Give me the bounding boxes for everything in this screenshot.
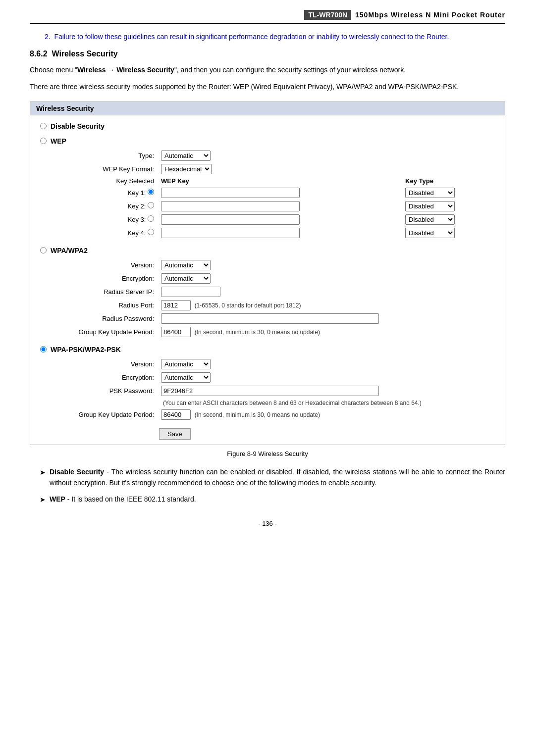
wep-key-format-row: WEP Key Format: Hexadecimal (70, 162, 495, 176)
bullet-content-0: Disable Security - The wireless security… (50, 466, 505, 489)
type-value-cell: Automatic (159, 149, 403, 162)
save-button[interactable]: Save (159, 428, 191, 440)
wpawpa2-encryption-label: Encryption: (70, 272, 159, 285)
key4-type-cell: Disabled (403, 226, 495, 240)
key2-type-cell: Disabled (403, 200, 495, 213)
wpawpa2-form-table: Version: Automatic Encryption: Automatic (70, 258, 495, 339)
warning-text: 2. Failure to follow these guidelines ca… (30, 33, 505, 41)
radius-port-hint: (1-65535, 0 stands for default port 1812… (195, 302, 301, 309)
key2-label: Key 2: (70, 200, 159, 213)
key1-input[interactable] (161, 188, 300, 198)
wpapsk-version-row: Version: Automatic (70, 357, 495, 371)
disable-security-label: Disable Security (51, 122, 105, 130)
wpapsk-form-table: Version: Automatic Encryption: Automatic (70, 357, 495, 421)
wep-radio[interactable] (40, 138, 47, 144)
col-wep-key: WEP Key (159, 176, 403, 186)
radius-port-input[interactable] (161, 300, 191, 310)
radius-pass-input[interactable] (161, 313, 379, 324)
key2-type-select[interactable]: Disabled (405, 201, 455, 211)
wpawpa2-encryption-row: Encryption: Automatic (70, 272, 495, 285)
wpapsk-version-label: Version: (70, 357, 159, 371)
wpapsk-section: WPA-PSK/WPA2-PSK Version: Automatic Encr… (40, 346, 495, 421)
save-button-area: Save (159, 428, 495, 440)
wpapsk-encryption-cell: Automatic (159, 371, 495, 384)
radius-port-cell: (1-65535, 0 stands for default port 1812… (159, 299, 495, 312)
disable-security-radio[interactable] (40, 123, 47, 129)
key4-radio[interactable] (148, 229, 154, 235)
wep-key-format-label: WEP Key Format: (70, 162, 159, 176)
psk-hint-cell: (You can enter ASCII characters between … (159, 398, 495, 408)
key1-type-select[interactable]: Disabled (405, 188, 455, 198)
radius-port-label: Radius Port: (70, 299, 159, 312)
key2-input-cell (159, 200, 403, 213)
wpapsk-group-key-cell: (In second, minimum is 30, 0 means no up… (159, 408, 495, 421)
wpapsk-group-key-hint: (In second, minimum is 30, 0 means no up… (195, 411, 320, 418)
bullet-item-0: ➤ Disable Security - The wireless securi… (40, 466, 505, 489)
wireless-security-panel: Wireless Security Disable Security WEP T… (30, 101, 505, 445)
header-desc: 150Mbps Wireless N Mini Pocket Router (355, 11, 505, 19)
intro-para2: There are three wireless security modes … (30, 81, 505, 92)
header-bar: TL-WR700N 150Mbps Wireless N Mini Pocket… (30, 10, 505, 24)
wep-key-format-select[interactable]: Hexadecimal (161, 164, 212, 174)
wpawpa2-group-key-cell: (In second, minimum is 30, 0 means no up… (159, 325, 495, 339)
wpapsk-group-key-label: Group Key Update Period: (70, 408, 159, 421)
bullet-term-0: Disable Security (50, 468, 104, 476)
type-label: Type: (70, 149, 159, 162)
wep-form-table: Type: Automatic WEP Key Format: Hexadeci… (70, 149, 495, 240)
wpawpa2-version-label: Version: (70, 258, 159, 272)
key3-radio[interactable] (148, 215, 154, 222)
wpawpa2-group-key-label: Group Key Update Period: (70, 325, 159, 339)
wep-label: WEP (51, 137, 66, 145)
bullet-arrow-1: ➤ (40, 494, 46, 505)
wpawpa2-radio-label[interactable]: WPA/WPA2 (40, 247, 495, 254)
key3-type-cell: Disabled (403, 213, 495, 226)
wpawpa2-version-select[interactable]: Automatic (161, 260, 211, 270)
page-number: - 136 - (30, 520, 505, 527)
col-key-type: Key Type (403, 176, 495, 186)
key1-radio[interactable] (148, 189, 154, 195)
key1-row: Key 1: Disabled (70, 186, 495, 200)
key4-row: Key 4: Disabled (70, 226, 495, 240)
radius-pass-cell (159, 312, 495, 325)
page-wrapper: TL-WR700N 150Mbps Wireless N Mini Pocket… (0, 0, 535, 756)
key3-input[interactable] (161, 214, 300, 225)
wpapsk-group-key-input[interactable] (161, 409, 191, 420)
type-select[interactable]: Automatic (161, 151, 211, 161)
panel-title: Wireless Security (30, 102, 505, 115)
wpapsk-radio-label[interactable]: WPA-PSK/WPA2-PSK (40, 346, 495, 353)
panel-body: Disable Security WEP Type: Automatic (30, 115, 505, 445)
wpawpa2-section: WPA/WPA2 Version: Automatic Encryption: (40, 247, 495, 339)
wpawpa2-encryption-select[interactable]: Automatic (161, 273, 211, 284)
psk-password-input[interactable] (161, 386, 379, 396)
key2-radio[interactable] (148, 202, 154, 208)
key4-input[interactable] (161, 228, 300, 238)
wpawpa2-version-cell: Automatic (159, 258, 495, 272)
section-title: 8.6.2 Wireless Security (30, 50, 505, 58)
bullet-arrow-0: ➤ (40, 467, 46, 478)
header-model: TL-WR700N (304, 10, 351, 20)
wpapsk-encryption-row: Encryption: Automatic (70, 371, 495, 384)
key2-row: Key 2: Disabled (70, 200, 495, 213)
wpapsk-radio[interactable] (40, 346, 47, 353)
key4-type-select[interactable]: Disabled (405, 228, 455, 238)
disable-security-section: Disable Security (40, 122, 495, 130)
wpapsk-version-select[interactable]: Automatic (161, 359, 211, 369)
wpawpa2-group-key-row: Group Key Update Period: (In second, min… (70, 325, 495, 339)
disable-security-radio-label[interactable]: Disable Security (40, 122, 495, 130)
wpawpa2-radio[interactable] (40, 247, 47, 253)
wpapsk-label: WPA-PSK/WPA2-PSK (51, 346, 121, 353)
wpawpa2-group-key-input[interactable] (161, 327, 191, 337)
key3-input-cell (159, 213, 403, 226)
wep-section: WEP Type: Automatic WEP Key Format: (40, 137, 495, 240)
radius-server-input[interactable] (161, 287, 220, 297)
key2-input[interactable] (161, 201, 300, 211)
wpapsk-encryption-select[interactable]: Automatic (161, 372, 211, 383)
key3-label: Key 3: (70, 213, 159, 226)
psk-hint: (You can enter ASCII characters between … (163, 400, 422, 406)
psk-password-cell (159, 384, 495, 398)
key4-label: Key 4: (70, 226, 159, 240)
key3-type-select[interactable]: Disabled (405, 214, 455, 225)
wpapsk-encryption-label: Encryption: (70, 371, 159, 384)
wep-radio-label[interactable]: WEP (40, 137, 495, 145)
bullet-content-1: WEP - It is based on the IEEE 802.11 sta… (50, 494, 196, 504)
